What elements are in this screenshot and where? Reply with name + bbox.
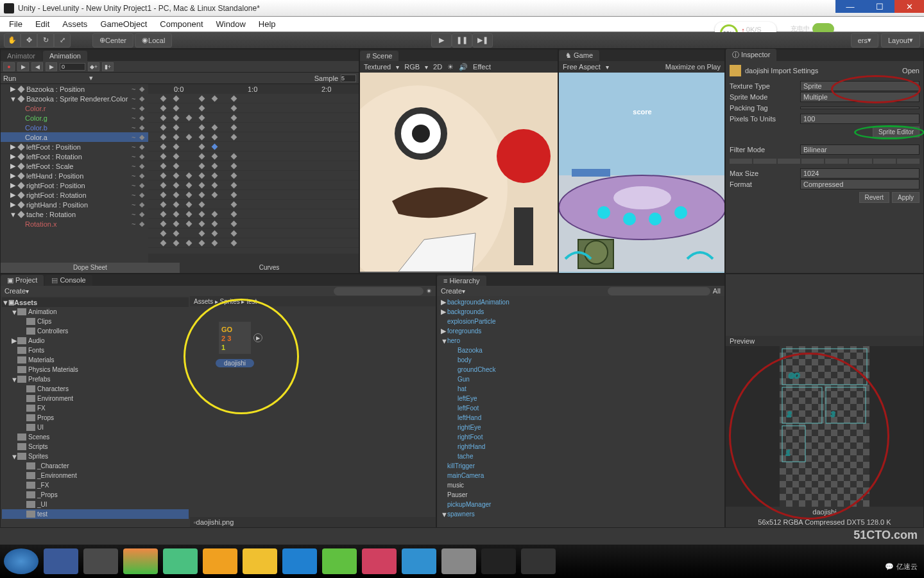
tree-item[interactable]: Materials [2,355,189,365]
dopesheet-button[interactable]: Dope Sheet [1,263,180,273]
scale-tool[interactable]: ⤢ [54,33,71,48]
move-tool[interactable]: ✥ [21,33,37,48]
anim-prop[interactable]: ▶leftFoot : Position~◆ [1,142,148,152]
tree-item[interactable]: _Props [2,490,189,500]
open-button[interactable]: Open [902,67,920,74]
space-toggle[interactable]: ◉ Local [135,33,172,48]
taskbar-app-13[interactable] [521,548,556,574]
tree-item[interactable]: _Character [2,461,189,471]
sample-field[interactable] [341,74,356,82]
taskbar-unity[interactable] [481,548,516,574]
anim-prop[interactable]: ▶leftFoot : Rotation~◆ [1,152,148,161]
curves-button[interactable]: Curves [180,263,359,273]
tree-item[interactable]: _UI [2,500,189,509]
project-search[interactable] [334,287,424,295]
taskbar-app-5[interactable] [203,548,237,574]
inspector-field[interactable]: Sprite [800,81,920,91]
anim-prop[interactable]: Rotation.x~◆ [1,219,148,229]
anim-prop[interactable]: Color.b~◆ [1,123,148,132]
project-tree[interactable]: ▼▣ Assets ▼AnimationClipsControllers▶Aud… [1,296,190,527]
tab-animation[interactable]: Animation [43,51,87,61]
add-event-button[interactable]: ▮+ [102,62,114,71]
close-button[interactable]: ✕ [894,0,924,13]
anim-prop[interactable]: ▶rightFoot : Position~◆ [1,180,148,190]
menu-window[interactable]: Window [210,19,252,29]
tree-item[interactable]: _Environment [2,471,189,480]
platform-tab-win[interactable] [897,159,920,164]
menu-edit[interactable]: Edit [29,19,56,29]
tree-item[interactable]: Characters [2,384,189,394]
anim-prop[interactable]: ▶leftFoot : Scale~◆ [1,161,148,171]
draw-mode-dropdown[interactable]: Textured [364,63,391,71]
menu-component[interactable]: Component [153,19,209,29]
hierarchy-item[interactable]: leftEye [438,394,723,403]
tree-item[interactable]: Props [2,413,189,423]
rotate-tool[interactable]: ↻ [37,33,54,48]
anim-prop[interactable]: ▶leftHand : Position~◆ [1,171,148,180]
hierarchy-item[interactable]: ▶backgrounds [438,307,723,317]
game-view[interactable]: score [559,73,724,273]
play-button[interactable]: ▶ [431,33,452,48]
platform-tab-android[interactable] [825,159,848,164]
taskbar-app-10[interactable] [402,548,436,574]
tree-item[interactable]: Fonts [2,346,189,355]
hierarchy-search[interactable] [608,287,710,295]
hierarchy-item[interactable]: leftFoot [438,403,723,413]
tree-item[interactable]: ▶Audio [2,336,189,346]
tree-item[interactable]: Clips [2,317,189,326]
hand-tool[interactable]: ✋ [4,33,21,48]
inspector-field[interactable]: Multiple [800,92,920,102]
layout-dropdown[interactable]: Layout ▾ [881,33,920,48]
tab-hierarchy[interactable]: ≡ Hierarchy [437,276,486,286]
tree-item[interactable]: ▼Sprites [2,451,189,461]
hierarchy-item[interactable]: explosionParticle [438,317,723,326]
menu-gameobject[interactable]: GameObject [94,19,153,29]
tab-scene[interactable]: # Scene [360,51,398,61]
tab-animator[interactable]: Animator [1,51,42,61]
tree-item[interactable]: test [2,509,189,519]
render-mode-dropdown[interactable]: RGB [404,63,420,71]
hierarchy-item[interactable]: hat [438,384,723,394]
scene-view[interactable] [360,73,558,273]
effects-dropdown[interactable]: Effect [473,63,491,71]
tree-item[interactable]: _FX [2,480,189,490]
taskbar-app-6[interactable] [243,548,277,574]
hierarchy-item[interactable]: groundCheck [438,365,723,374]
taskbar-app-4[interactable] [163,548,198,574]
tab-console[interactable]: ▤ Console [45,275,92,286]
play-icon[interactable]: ▶ [253,333,262,342]
record-button[interactable]: ● [3,62,15,71]
platform-tab-web[interactable] [753,159,776,164]
platform-tab-bb[interactable] [849,159,871,164]
tree-item[interactable]: Controllers [2,326,189,336]
anim-prop[interactable]: ▶Bazooka : Position~◆ [1,84,148,94]
hierarchy-item[interactable]: ▶backgroundAnimation [438,297,723,307]
layers-dropdown[interactable]: ers ▾ [851,33,878,48]
tree-item[interactable]: Scripts [2,442,189,451]
hierarchy-item[interactable]: pickupManager [438,500,723,509]
tree-item[interactable]: Environment [2,394,189,403]
platform-tab-ios[interactable] [801,159,824,164]
anim-prop[interactable]: Color.g~◆ [1,113,148,123]
anim-prop[interactable]: ▼Bazooka : Sprite Renderer.Color~◆ [1,94,148,103]
prev-key-button[interactable]: ◀ [31,62,43,71]
anim-prop[interactable]: Color.r~◆ [1,103,148,113]
menu-file[interactable]: File [3,19,29,29]
taskbar-app-2[interactable] [83,548,118,574]
minimize-button[interactable]: — [835,0,865,13]
hierarchy-item[interactable]: mainCamera [438,471,723,480]
anim-prop[interactable]: ▼tache : Rotation~◆ [1,209,148,219]
pivot-toggle[interactable]: ⊕ Center [92,33,133,48]
2d-toggle[interactable]: 2D [433,63,442,71]
tab-inspector[interactable]: ⓘ Inspector [726,49,776,61]
anim-prop[interactable]: ▶rightHand : Position~◆ [1,200,148,209]
hierarchy-item[interactable]: rightEye [438,423,723,432]
create-dropdown[interactable]: Create [4,287,26,295]
taskbar-app-8[interactable] [322,548,357,574]
clip-dropdown[interactable]: Run [3,74,87,82]
platform-tab-default[interactable] [730,159,752,164]
animation-timeline[interactable]: 0:0 1:0 2:0 [148,84,359,263]
tree-item[interactable]: ▼Prefabs [2,374,189,384]
hierarchy-item[interactable]: Pauser [438,490,723,500]
audio-toggle[interactable]: 🔊 [459,63,468,71]
